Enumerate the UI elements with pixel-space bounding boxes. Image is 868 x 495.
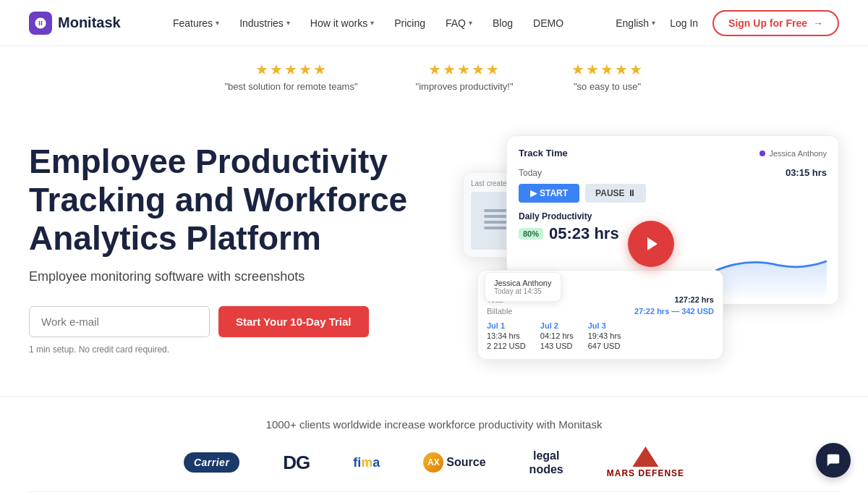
track-time-title: Track Time xyxy=(519,148,568,158)
billable-row: Billable 27:22 hrs — 342 USD xyxy=(487,307,714,316)
carrier-logo-text: Carrier xyxy=(184,452,239,473)
client-dg: DG xyxy=(283,448,310,477)
stars-2: ★★★★★ xyxy=(428,61,501,78)
clients-section: 1000+ clients worldwide increase workfor… xyxy=(0,396,868,491)
nav-links: Features ▾ Industries ▾ How it works ▾ P… xyxy=(173,17,563,29)
time-display: 03:15 hrs xyxy=(786,167,827,178)
hero-left: Employee Productivity Tracking and Workf… xyxy=(29,128,434,355)
billable-value: 27:22 hrs — 342 USD xyxy=(634,307,714,316)
nav-blog[interactable]: Blog xyxy=(493,17,513,29)
client-axsource: AX Source xyxy=(423,448,485,477)
video-play-button[interactable] xyxy=(628,221,674,267)
review-item-1: ★★★★★ "best solution for remote teams" xyxy=(224,61,357,92)
review-text-1: "best solution for remote teams" xyxy=(224,81,357,92)
user-pill: Jessica Anthony xyxy=(760,149,827,158)
track-row: Today 03:15 hrs xyxy=(519,167,827,178)
jessica-status-card: Jessica Anthony Today at 14:35 xyxy=(485,272,561,302)
chevron-down-icon: ▾ xyxy=(286,19,290,27)
reviews-row: ★★★★★ "best solution for remote teams" ★… xyxy=(0,46,868,99)
legal-nodes-logo-text: legal nodes xyxy=(529,449,563,476)
nav-how-it-works[interactable]: How it works ▾ xyxy=(310,17,374,29)
play-icon: ▶ xyxy=(530,188,537,198)
client-carrier: Carrier xyxy=(184,448,239,477)
client-mars: MARS DEFENSE xyxy=(607,448,684,477)
hero-subtitle: Employee monitoring software with screen… xyxy=(29,269,434,284)
date-hrs-1: 13:34 hrs xyxy=(487,331,526,340)
date-header-1: Jul 1 xyxy=(487,321,526,330)
stars-1: ★★★★★ xyxy=(255,61,328,78)
date-columns: Jul 1 13:34 hrs 2 212 USD Jul 2 04:12 hr… xyxy=(487,321,714,350)
billable-label: Billable xyxy=(487,307,512,316)
trial-button[interactable]: Start Your 10-Day Trial xyxy=(218,306,369,337)
nav-faq[interactable]: FAQ ▾ xyxy=(446,17,472,29)
review-item-3: ★★★★★ "so easy to use" xyxy=(571,61,644,92)
nav-demo[interactable]: DEMO xyxy=(533,17,563,29)
ax-text: Source xyxy=(446,456,485,469)
review-text-2: "improves productivity!" xyxy=(416,81,514,92)
timer-buttons: ▶ START PAUSE ⏸ xyxy=(519,184,827,203)
date-header-3: Jul 3 xyxy=(588,321,621,330)
chevron-down-icon: ▾ xyxy=(469,19,472,27)
svg-marker-0 xyxy=(647,237,658,250)
client-legal-nodes: legal nodes xyxy=(529,448,563,477)
hero-section: Employee Productivity Tracking and Workf… xyxy=(0,99,868,381)
user-dot-icon xyxy=(760,151,765,156)
mars-triangle-icon xyxy=(632,447,658,467)
date-col-3: Jul 3 19:43 hrs 647 USD xyxy=(588,321,621,350)
nav-industries[interactable]: Industries ▾ xyxy=(239,17,290,29)
features-icons-row xyxy=(0,492,868,495)
user-name: Jessica Anthony xyxy=(770,149,827,158)
clients-tagline: 1000+ clients worldwide increase workfor… xyxy=(29,418,839,431)
jessica-name: Jessica Anthony xyxy=(494,279,552,287)
email-form: Start Your 10-Day Trial xyxy=(29,306,434,337)
date-usd-1: 2 212 USD xyxy=(487,342,526,350)
hero-title: Employee Productivity Tracking and Workf… xyxy=(29,143,434,258)
chevron-down-icon: ▾ xyxy=(216,19,219,27)
arrow-right-icon: → xyxy=(813,17,823,29)
productivity-time: 05:23 hrs xyxy=(549,224,619,243)
pause-button[interactable]: PAUSE ⏸ xyxy=(585,184,646,203)
date-col-2: Jul 2 04:12 hrs 143 USD xyxy=(540,321,574,350)
chat-button[interactable] xyxy=(816,443,851,478)
review-item-2: ★★★★★ "improves productivity!" xyxy=(416,61,514,92)
logo-icon xyxy=(29,12,52,35)
date-usd-2: 143 USD xyxy=(540,342,574,350)
date-hrs-3: 19:43 hrs xyxy=(588,331,621,340)
navbar: Monitask Features ▾ Industries ▾ How it … xyxy=(0,0,868,46)
language-selector[interactable]: English ▾ xyxy=(616,17,655,29)
nav-pricing[interactable]: Pricing xyxy=(394,17,425,29)
hero-right: Last created screenshot Track Time xyxy=(434,128,839,360)
chevron-down-icon: ▾ xyxy=(370,19,374,27)
total-value: 127:22 hrs xyxy=(675,295,714,304)
date-hrs-2: 04:12 hrs xyxy=(540,331,574,340)
brand-logo[interactable]: Monitask xyxy=(29,12,121,35)
productivity-badge: 80% xyxy=(519,228,543,240)
ax-icon: AX xyxy=(423,452,443,473)
nav-right: English ▾ Log In Sign Up for Free → xyxy=(616,10,839,36)
mars-logo-wrap: MARS DEFENSE xyxy=(607,447,684,478)
login-button[interactable]: Log In xyxy=(670,17,698,29)
date-usd-3: 647 USD xyxy=(588,342,621,350)
start-button[interactable]: ▶ START xyxy=(519,184,579,203)
jessica-time: Today at 14:35 xyxy=(494,287,552,295)
today-label: Today xyxy=(519,168,542,178)
axsource-logo-wrap: AX Source xyxy=(423,452,485,473)
email-input[interactable] xyxy=(29,306,210,337)
daily-productivity-label: Daily Productivity xyxy=(519,211,827,221)
date-col-1: Jul 1 13:34 hrs 2 212 USD xyxy=(487,321,526,350)
chevron-down-icon: ▾ xyxy=(652,19,655,27)
fima-logo-text: fima xyxy=(353,455,380,470)
dashboard-preview: Last created screenshot Track Time xyxy=(463,128,839,360)
brand-name: Monitask xyxy=(58,14,121,31)
client-fima: fima xyxy=(353,448,380,477)
stars-3: ★★★★★ xyxy=(571,61,644,78)
clients-logos: Carrier DG fima AX Source legal nodes MA… xyxy=(29,448,839,477)
form-note: 1 min setup. No credit card required. xyxy=(29,344,434,355)
nav-features[interactable]: Features ▾ xyxy=(173,17,219,29)
signup-button[interactable]: Sign Up for Free → xyxy=(712,10,839,36)
review-text-3: "so easy to use" xyxy=(574,81,641,92)
card-header: Track Time Jessica Anthony xyxy=(519,148,827,158)
pause-icon: ⏸ xyxy=(627,188,636,198)
mars-logo-text: MARS DEFENSE xyxy=(607,468,684,478)
date-header-2: Jul 2 xyxy=(540,321,574,330)
